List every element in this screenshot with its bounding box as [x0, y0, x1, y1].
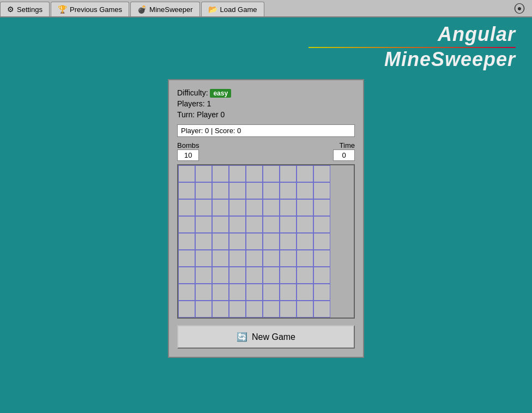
grid-cell[interactable] [178, 233, 195, 250]
tab-settings-label: Settings [17, 5, 43, 14]
difficulty-badge: easy [210, 89, 231, 98]
grid-cell[interactable] [195, 284, 212, 301]
grid-cell[interactable] [297, 267, 313, 284]
grid-cell[interactable] [229, 301, 246, 318]
grid-cell[interactable] [229, 284, 246, 301]
grid-cell[interactable] [280, 182, 297, 199]
grid-cell[interactable] [246, 267, 263, 284]
grid-cell[interactable] [246, 165, 263, 182]
grid-cell[interactable] [280, 284, 297, 301]
tab-previous-games-label: Previous Games [70, 5, 122, 14]
grid-cell[interactable] [212, 284, 229, 301]
grid-cell[interactable] [229, 250, 246, 267]
grid-cell[interactable] [229, 199, 246, 216]
grid-cell[interactable] [313, 267, 330, 284]
grid-cell[interactable] [297, 250, 313, 267]
grid-cell[interactable] [212, 233, 229, 250]
grid-cell[interactable] [280, 165, 297, 182]
grid-cell[interactable] [212, 250, 229, 267]
main-content: Difficulty: easy Players: 1 Turn: Player… [0, 74, 532, 358]
tab-load-game[interactable]: 📂 Load Game [201, 2, 264, 16]
grid-cell[interactable] [178, 250, 195, 267]
grid-row [178, 301, 354, 318]
bombs-value: 10 [177, 149, 199, 161]
grid-cell[interactable] [195, 250, 212, 267]
grid-cell[interactable] [313, 216, 330, 233]
score-bar: Player: 0 | Score: 0 [177, 124, 355, 137]
grid-cell[interactable] [246, 216, 263, 233]
grid-cell[interactable] [313, 233, 330, 250]
grid-cell[interactable] [297, 216, 313, 233]
grid-cell[interactable] [246, 301, 263, 318]
grid-cell[interactable] [195, 182, 212, 199]
info-section: Difficulty: easy Players: 1 Turn: Player… [177, 88, 355, 119]
grid-cell[interactable] [263, 216, 280, 233]
grid-cell[interactable] [313, 165, 330, 182]
grid-cell[interactable] [280, 301, 297, 318]
grid-cell[interactable] [195, 301, 212, 318]
grid-cell[interactable] [297, 301, 313, 318]
grid-cell[interactable] [280, 267, 297, 284]
grid-cell[interactable] [229, 233, 246, 250]
grid-cell[interactable] [263, 199, 280, 216]
grid-cell[interactable] [178, 199, 195, 216]
tab-minesweeper[interactable]: 💣 MineSweeper [130, 2, 200, 16]
grid-cell[interactable] [263, 233, 280, 250]
grid-cell[interactable] [313, 301, 330, 318]
grid-cell[interactable] [195, 216, 212, 233]
grid-cell[interactable] [297, 199, 313, 216]
grid-cell[interactable] [178, 216, 195, 233]
grid-cell[interactable] [297, 233, 313, 250]
grid-cell[interactable] [178, 182, 195, 199]
game-panel: Difficulty: easy Players: 1 Turn: Player… [168, 79, 364, 358]
grid-cell[interactable] [212, 165, 229, 182]
grid-cell[interactable] [212, 267, 229, 284]
header-line1: Angular [0, 23, 516, 46]
tab-previous-games[interactable]: 🏆 Previous Games [51, 2, 129, 16]
grid-cell[interactable] [246, 182, 263, 199]
grid-cell[interactable] [280, 250, 297, 267]
grid-cell[interactable] [297, 165, 313, 182]
grid-cell[interactable] [313, 182, 330, 199]
grid-cell[interactable] [313, 199, 330, 216]
stats-row: Bombs 10 Time 0 [177, 141, 355, 161]
grid-cell[interactable] [212, 182, 229, 199]
grid-row [178, 250, 354, 267]
grid-cell[interactable] [178, 284, 195, 301]
grid-cell[interactable] [280, 233, 297, 250]
grid-cell[interactable] [263, 267, 280, 284]
grid-cell[interactable] [195, 233, 212, 250]
grid-cell[interactable] [280, 216, 297, 233]
grid-cell[interactable] [195, 165, 212, 182]
github-icon[interactable]: ⦿ [513, 2, 525, 16]
grid-cell[interactable] [212, 216, 229, 233]
grid-cell[interactable] [263, 165, 280, 182]
grid-cell[interactable] [229, 267, 246, 284]
grid-cell[interactable] [212, 301, 229, 318]
tab-settings[interactable]: ⚙ Settings [0, 2, 50, 16]
grid-cell[interactable] [313, 284, 330, 301]
grid-cell[interactable] [195, 267, 212, 284]
grid-cell[interactable] [229, 182, 246, 199]
grid-cell[interactable] [246, 199, 263, 216]
grid-cell[interactable] [178, 301, 195, 318]
grid-cell[interactable] [280, 199, 297, 216]
grid-cell[interactable] [246, 250, 263, 267]
grid-cell[interactable] [178, 267, 195, 284]
grid-cell[interactable] [297, 284, 313, 301]
grid-cell[interactable] [263, 182, 280, 199]
grid-row [178, 267, 354, 284]
grid-cell[interactable] [246, 284, 263, 301]
grid-cell[interactable] [263, 284, 280, 301]
grid-cell[interactable] [297, 182, 313, 199]
grid-cell[interactable] [229, 165, 246, 182]
grid-cell[interactable] [246, 233, 263, 250]
grid-cell[interactable] [212, 199, 229, 216]
new-game-button[interactable]: 🔄 New Game [177, 325, 355, 349]
grid-cell[interactable] [263, 250, 280, 267]
grid-cell[interactable] [263, 301, 280, 318]
grid-cell[interactable] [178, 165, 195, 182]
grid-cell[interactable] [195, 199, 212, 216]
grid-cell[interactable] [313, 250, 330, 267]
grid-cell[interactable] [229, 216, 246, 233]
